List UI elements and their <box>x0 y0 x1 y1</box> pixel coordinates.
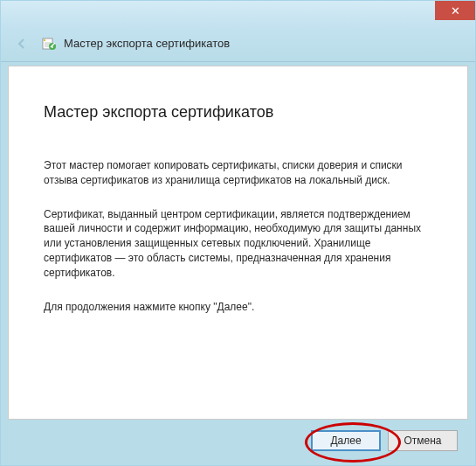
close-button[interactable]: ✕ <box>435 1 475 20</box>
next-button[interactable]: Далее <box>311 430 381 451</box>
wizard-window: ✕ Мастер экспорта сертификатов Мастер эк… <box>0 0 476 466</box>
content-panel: Мастер экспорта сертификатов Этот мастер… <box>8 66 468 420</box>
content-wrapper: Мастер экспорта сертификатов Этот мастер… <box>1 62 475 465</box>
intro-paragraph-2: Сертификат, выданный центром сертификаци… <box>44 207 432 281</box>
titlebar: ✕ <box>1 1 475 25</box>
button-bar: Далее Отмена <box>8 420 468 462</box>
page-title: Мастер экспорта сертификатов <box>44 103 432 122</box>
svg-rect-1 <box>44 39 45 41</box>
intro-paragraph-3: Для продолжения нажмите кнопку "Далее". <box>44 300 432 315</box>
back-button[interactable] <box>10 31 34 56</box>
back-arrow-icon <box>15 37 29 51</box>
close-icon: ✕ <box>451 4 460 17</box>
intro-paragraph-1: Этот мастер помогает копировать сертифик… <box>44 158 432 188</box>
certificate-wizard-icon <box>41 36 57 52</box>
cancel-button[interactable]: Отмена <box>388 430 458 451</box>
header: Мастер экспорта сертификатов <box>1 25 475 62</box>
header-title: Мастер экспорта сертификатов <box>64 37 230 50</box>
